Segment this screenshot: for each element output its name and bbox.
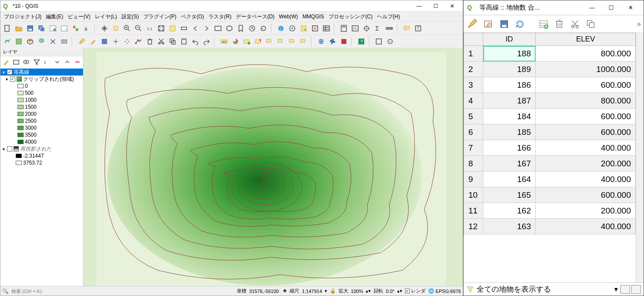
minimize-button[interactable]: — [582,1,602,14]
delete-selected-button[interactable] [145,36,155,47]
pan-to-selection-button[interactable] [111,23,121,34]
menu-help[interactable]: ヘルプ(H) [375,12,402,21]
field-calculator-button[interactable] [339,23,349,34]
legend-class[interactable]: 2500 [0,117,83,124]
menu-processing[interactable]: プロセッシング(C) [327,12,374,21]
collapse-all-button[interactable] [62,57,72,67]
cell-id[interactable]: 189 [483,62,536,77]
measure-button[interactable] [384,23,395,34]
menu-edit[interactable]: 編集(E) [44,12,65,21]
text-annotation-button[interactable]: T [413,23,423,34]
layer-row-clipped[interactable]: ▾ クリップされた(領域) [0,76,83,83]
scale-value[interactable]: 1:147914 [301,288,323,294]
cell-id[interactable]: 184 [483,109,536,124]
save-edits-button[interactable] [99,36,110,47]
select-button[interactable] [298,23,309,34]
locator-search-input[interactable] [11,289,64,294]
row-number[interactable]: 5 [464,109,483,124]
menu-plugins[interactable]: プラグイン(P) [142,12,178,21]
deselect-button[interactable] [310,23,320,34]
table-row[interactable]: 6185600.000 [464,124,636,140]
cell-elev[interactable]: 200.000 [536,203,636,219]
filter-legend-button[interactable] [32,57,41,67]
crs-icon[interactable]: 🌐 [428,288,434,294]
vertical-scrollbar[interactable] [636,33,644,282]
undo-button[interactable] [190,36,201,47]
identify-button[interactable]: i [276,23,286,34]
cell-id[interactable]: 186 [483,77,536,93]
metasearch-button[interactable] [316,36,326,47]
cell-elev[interactable]: 800.000 [536,93,636,109]
layer-checkbox[interactable] [7,146,12,151]
zoom-next-button[interactable] [201,23,212,34]
rot-value[interactable]: 0.0° [384,288,396,294]
temporal-button[interactable] [247,23,257,34]
column-header-id[interactable]: ID [483,33,536,46]
legend-class[interactable]: 3753.72 [0,159,83,166]
table-row[interactable]: 9164400.000 [464,172,636,187]
coord-value[interactable]: 31576,-56100 [248,288,280,294]
cell-elev[interactable]: 400.000 [536,140,636,156]
new-virtual-layer-button[interactable] [48,36,58,47]
refresh-button[interactable] [258,23,269,34]
reload-button[interactable] [513,17,526,31]
pin-labels-button[interactable] [253,36,263,47]
crs-value[interactable]: EPSG:6676 [436,289,461,294]
cell-elev[interactable]: 600.000 [536,187,636,203]
layout-manager-button[interactable] [59,23,69,34]
legend-class[interactable]: 1500 [0,103,83,110]
toggle-editing-button[interactable] [466,17,479,31]
zoom-out-button[interactable] [133,23,144,34]
plugin-manager-button[interactable] [339,36,349,47]
zoom-in-button[interactable] [122,23,132,34]
save-edits-button[interactable] [498,17,511,31]
menu-project[interactable]: プロジェクト(J) [2,12,43,21]
table-row[interactable]: 21891000.000 [464,62,636,77]
cell-elev[interactable]: 400.000 [536,172,636,187]
cell-id[interactable]: 162 [483,203,536,219]
action-button[interactable] [287,23,298,34]
table-view-button[interactable] [620,285,630,294]
open-project-button[interactable] [14,23,24,34]
copy-button[interactable] [167,36,178,47]
legend-class[interactable]: 1000 [0,96,83,103]
new-shapefile-button[interactable] [14,36,24,47]
cell-elev[interactable]: 200.000 [536,156,636,172]
show-labels-button[interactable] [242,36,252,47]
new-bookmark-button[interactable] [235,23,246,34]
table-row[interactable]: 3186600.000 [464,77,636,93]
row-number[interactable]: 3 [464,77,483,93]
new-geopackage-button[interactable] [25,36,35,47]
legend-class[interactable]: 0 [0,83,83,89]
add-feature-button[interactable] [111,36,121,47]
row-number[interactable]: 9 [464,172,483,187]
pan-button[interactable] [99,23,110,34]
cell-id[interactable]: 167 [483,156,536,172]
new-print-layout-button[interactable] [48,23,58,34]
manage-visibility-button[interactable] [22,57,31,67]
delete-feature-button[interactable] [553,17,566,31]
rownum-header[interactable] [464,33,483,46]
help-button[interactable]: ? [356,36,367,47]
georeferencer-button[interactable] [374,36,384,47]
label-button[interactable]: abc [219,36,229,47]
map-tips-button[interactable] [402,23,412,34]
table-row[interactable]: 8167200.000 [464,156,636,172]
row-number[interactable]: 8 [464,156,483,172]
menu-web[interactable]: Web(W) [277,13,300,21]
row-number[interactable]: 12 [464,219,483,234]
maximize-button[interactable]: ☐ [602,1,621,14]
move-feature-button[interactable] [122,36,132,47]
row-number[interactable]: 10 [464,187,483,203]
row-number[interactable]: 6 [464,124,483,140]
legend-class[interactable]: 500 [0,89,83,96]
menu-layer[interactable]: レイヤ(L) [93,12,119,21]
menu-mmqgis[interactable]: MMQGIS [301,13,326,21]
gps-button[interactable] [385,36,395,47]
table-row[interactable]: 4187800.000 [464,93,636,109]
save-as-button[interactable] [36,23,47,34]
table-row[interactable]: 11162200.000 [464,203,636,219]
vertex-tool-button[interactable] [133,36,144,47]
new-project-button[interactable] [2,23,13,34]
maximize-button[interactable]: ☐ [428,2,443,10]
